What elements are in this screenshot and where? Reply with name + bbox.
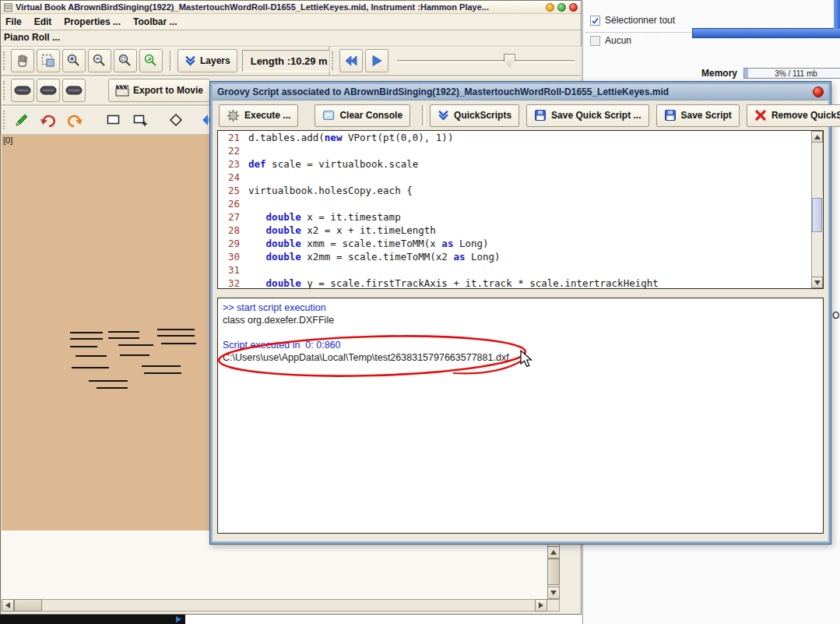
- roll-origin-label: [0]: [3, 136, 12, 145]
- layers-button[interactable]: Layers: [177, 49, 237, 72]
- script-editor[interactable]: 21d.tables.add(new VPort(pt(0,0), 1))222…: [217, 130, 824, 289]
- menu-properties[interactable]: Properties ...: [64, 16, 121, 27]
- occluded-text-fragment: Or: [832, 310, 840, 321]
- export-movie-button[interactable]: Export to Movie: [108, 79, 210, 102]
- scroll-down-button[interactable]: [547, 587, 560, 599]
- note-mark: [70, 332, 103, 333]
- play-button[interactable]: [365, 49, 388, 72]
- note-mark: [89, 380, 128, 382]
- zoom-selection-button[interactable]: [139, 49, 163, 72]
- toolbar-transport: [329, 46, 582, 76]
- position-slider[interactable]: [397, 49, 575, 72]
- rectangle-add-icon: [132, 113, 148, 127]
- title-bar[interactable]: Virtual Book ABrownBirdSinging(1922)_Mas…: [1, 1, 581, 14]
- none-option[interactable]: Aucun: [590, 35, 631, 46]
- undo-button[interactable]: [37, 109, 59, 131]
- panel-title: Piano Roll ...: [4, 32, 60, 43]
- menu-file[interactable]: File: [5, 16, 22, 27]
- checkbox-icon[interactable]: [590, 36, 600, 46]
- console-output[interactable]: >> start script executionclass org.dexef…: [217, 298, 824, 534]
- play-icon: [370, 54, 384, 68]
- memory-value: 3% / 111 mb: [744, 69, 840, 78]
- save-icon: [534, 109, 547, 122]
- remove-quickscripts-button[interactable]: Remove QuickScripts: [747, 104, 840, 127]
- code-line: 29 double xmm = scale.timeToMM(x as Long…: [218, 237, 823, 250]
- diamond-tool-button[interactable]: [165, 109, 187, 131]
- length-label: Length :10.29 m: [251, 55, 328, 67]
- taskbar[interactable]: [0, 615, 185, 624]
- roll-icon: [65, 85, 83, 96]
- horizontal-scrollbar[interactable]: [2, 599, 560, 612]
- roll-view-button-1[interactable]: [11, 79, 34, 102]
- rectangle-icon: [106, 113, 121, 127]
- save-script-button[interactable]: Save Script: [656, 104, 740, 127]
- toolbar-grip[interactable]: [3, 111, 8, 129]
- zoom-in-icon: [66, 53, 82, 69]
- dialog-close-button[interactable]: [813, 86, 824, 97]
- roll-icon: [14, 85, 31, 96]
- select-tool-button[interactable]: [37, 49, 60, 72]
- execute-button[interactable]: Execute ...: [219, 104, 298, 127]
- toolbar-grip[interactable]: [3, 81, 8, 100]
- scroll-right-button[interactable]: [535, 599, 547, 612]
- app-icon: [4, 3, 12, 12]
- zoom-region-button[interactable]: [114, 49, 137, 72]
- slider-thumb[interactable]: [504, 54, 515, 67]
- slider-track[interactable]: [397, 60, 575, 63]
- up-arrow-icon: [814, 135, 821, 139]
- pencil-button[interactable]: [11, 109, 33, 131]
- memory-bar: 3% / 111 mb: [743, 68, 840, 79]
- clear-console-button[interactable]: Clear Console: [315, 104, 410, 127]
- zoom-in-button[interactable]: [62, 49, 86, 72]
- minimize-button[interactable]: [546, 3, 554, 12]
- separator: [585, 32, 691, 33]
- background-titlebar: [692, 28, 840, 38]
- taskbar-arrow-icon[interactable]: [176, 616, 181, 622]
- editor-scroll-thumb[interactable]: [812, 198, 822, 232]
- console-lines: >> start script executionclass org.dexef…: [223, 301, 818, 364]
- save-quick-script-button[interactable]: Save Quick Script ...: [526, 104, 648, 127]
- save-script-label: Save Script: [681, 110, 732, 121]
- clear-console-label: Clear Console: [339, 110, 402, 121]
- toolbar-grip[interactable]: [332, 51, 336, 70]
- clear-console-icon: [322, 109, 335, 122]
- redo-button[interactable]: [64, 109, 86, 131]
- editor-scroll-up-button[interactable]: [811, 131, 823, 143]
- roll-view-button-3[interactable]: [62, 79, 86, 102]
- length-indicator: Length :10.29 m: [242, 50, 336, 72]
- quickscripts-button[interactable]: QuickScripts: [430, 104, 519, 127]
- toolbar-grip[interactable]: [3, 51, 8, 70]
- rewind-button[interactable]: [339, 49, 363, 72]
- left-arrow-icon: [5, 602, 10, 608]
- code-line: 25virtualbook.holesCopy.each {: [218, 184, 823, 197]
- note-mark: [118, 344, 153, 346]
- scroll-up-button[interactable]: [547, 546, 560, 559]
- code-line: 27 double x = it.timestamp: [218, 210, 823, 224]
- rectangle-add-tool-button[interactable]: [129, 109, 151, 131]
- rewind-icon: [344, 54, 358, 68]
- menu-bar: File Edit Properties ... Toolbar ...: [1, 14, 581, 30]
- vertical-scroll-thumb[interactable]: [547, 559, 560, 585]
- rectangle-tool-button[interactable]: [103, 109, 125, 131]
- console-line: Script executed in 0: 0:860: [223, 339, 818, 351]
- note-mark: [161, 343, 196, 344]
- horizontal-scroll-thumb[interactable]: [14, 599, 42, 612]
- save-icon: [664, 109, 677, 122]
- editor-scroll-down-button[interactable]: [811, 277, 823, 288]
- checkbox-icon[interactable]: [590, 16, 600, 26]
- note-mark: [157, 335, 195, 337]
- zoom-out-button[interactable]: [88, 49, 111, 72]
- select-all-option[interactable]: Sélectionner tout: [590, 15, 675, 26]
- menu-toolbar[interactable]: Toolbar ...: [133, 16, 177, 27]
- roll-view-button-2[interactable]: [37, 79, 60, 102]
- menu-edit[interactable]: Edit: [34, 16, 52, 27]
- close-button[interactable]: [569, 3, 578, 12]
- hand-tool-button[interactable]: [11, 49, 34, 72]
- scroll-left-button[interactable]: [2, 599, 14, 612]
- hand-icon: [15, 53, 30, 69]
- splitter[interactable]: [213, 289, 828, 298]
- note-mark: [76, 355, 107, 357]
- maximize-button[interactable]: [557, 3, 566, 12]
- marquee-icon: [40, 53, 56, 69]
- dialog-title-bar[interactable]: Groovy Script associated to ABrownBirdSi…: [213, 84, 828, 100]
